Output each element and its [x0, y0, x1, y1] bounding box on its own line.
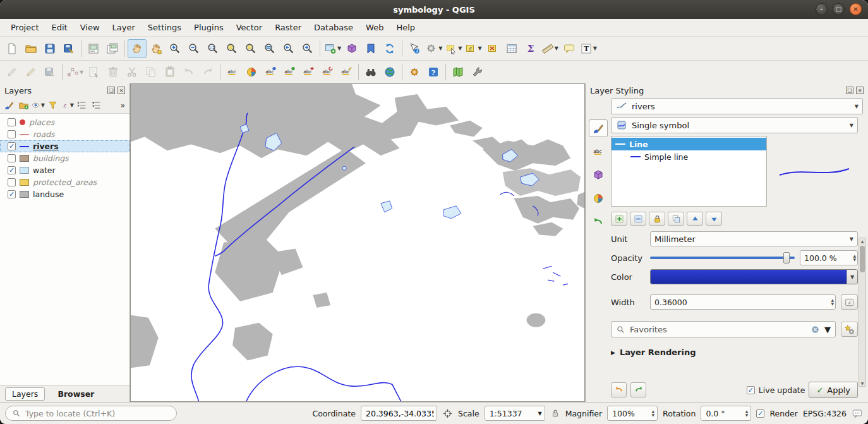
apply-button[interactable]: ✓ Apply — [809, 382, 858, 398]
save-layer-edits-icon[interactable] — [40, 63, 59, 82]
magnifier-spinbox[interactable]: 100% ▲▼ — [607, 406, 658, 421]
move-down-icon[interactable] — [706, 212, 722, 226]
pan-to-selection-icon[interactable] — [147, 39, 166, 58]
zoom-full-icon[interactable] — [222, 39, 241, 58]
opacity-spinbox[interactable]: 100.0 % ▲▼ — [800, 250, 858, 265]
chevron-down-icon[interactable]: ▼ — [337, 45, 341, 51]
add-symbol-layer-icon[interactable] — [611, 212, 627, 226]
new-3d-map-view-icon[interactable] — [342, 39, 361, 58]
layer-labeling-icon[interactable]: abc — [223, 63, 242, 82]
coordinate-input[interactable] — [366, 409, 434, 418]
layer-visibility-checkbox[interactable] — [8, 166, 16, 174]
chevron-down-icon[interactable]: ▼ — [538, 411, 541, 416]
tab-browser[interactable]: Browser — [51, 388, 100, 400]
slider-handle[interactable] — [783, 252, 790, 263]
layer-row-protected_areas[interactable]: protected_areas — [0, 176, 130, 188]
run-feature-action-icon[interactable]: ▼ — [424, 39, 443, 58]
3d-view-tab-icon[interactable] — [589, 166, 608, 184]
new-print-layout-icon[interactable] — [84, 39, 103, 58]
filter-by-expression-icon[interactable]: ε▼ — [60, 99, 74, 112]
layer-visibility-checkbox[interactable] — [8, 142, 16, 150]
float-panel-icon[interactable]: ❏ — [846, 87, 853, 94]
show-layout-manager-icon[interactable] — [103, 39, 122, 58]
titlebar[interactable]: symbology - QGIS – □ ✕ — [0, 0, 868, 19]
menu-raster[interactable]: Raster — [269, 20, 307, 35]
spin-arrows-icon[interactable]: ▲▼ — [831, 298, 834, 306]
identify-features-icon[interactable]: i — [405, 39, 424, 58]
zoom-out-icon[interactable] — [184, 39, 203, 58]
open-attribute-table-icon[interactable] — [502, 39, 521, 58]
layer-row-roads[interactable]: roads — [0, 128, 130, 140]
crs-indicator[interactable]: EPSG:4326 — [803, 409, 847, 418]
zoom-native-icon[interactable]: 1:1 — [203, 39, 222, 58]
menu-edit[interactable]: Edit — [45, 20, 73, 35]
rotation-spinbox[interactable]: 0.0 ° ▲▼ — [701, 406, 751, 421]
symbol-tree-line-item[interactable]: Line — [612, 138, 766, 150]
highlight-pinned-labels-icon[interactable]: abc — [280, 63, 299, 82]
locate-box[interactable] — [5, 406, 177, 421]
layer-visibility-checkbox[interactable] — [8, 190, 16, 198]
layer-row-buildings[interactable]: buildings — [0, 152, 130, 164]
deselect-features-icon[interactable] — [483, 39, 502, 58]
current-edits-icon[interactable] — [3, 63, 21, 82]
close-button[interactable]: ✕ — [850, 3, 862, 15]
select-features-icon[interactable]: ▼ — [443, 39, 463, 58]
menu-help[interactable]: Help — [390, 20, 421, 35]
layer-row-water[interactable]: water — [0, 164, 130, 176]
menu-web[interactable]: Web — [360, 20, 389, 35]
chevron-down-icon[interactable]: ▼ — [41, 102, 45, 108]
menu-project[interactable]: Project — [5, 20, 44, 35]
search-binoculars-icon[interactable] — [361, 63, 380, 82]
unit-select[interactable]: Millimeter ▼ — [650, 231, 858, 246]
chevron-down-icon[interactable]: ▼ — [458, 45, 462, 51]
locate-input[interactable] — [25, 409, 170, 418]
new-project-icon[interactable] — [3, 39, 21, 58]
spin-arrows-icon[interactable]: ▲▼ — [651, 409, 654, 417]
customization-icon[interactable] — [467, 63, 486, 82]
layer-visibility-checkbox[interactable] — [8, 154, 16, 162]
data-defined-override-button[interactable]: ε — [841, 294, 858, 310]
float-panel-icon[interactable]: ❏ — [107, 87, 115, 94]
scroll-up-icon[interactable]: ▲ — [859, 239, 865, 243]
map-themes-icon[interactable] — [449, 63, 467, 82]
open-layer-styling-icon[interactable] — [2, 99, 16, 112]
show-bookmarks-icon[interactable] — [361, 39, 380, 58]
spin-arrows-icon[interactable]: ▲▼ — [745, 409, 749, 417]
paste-features-icon[interactable] — [160, 63, 179, 82]
layer-diagram-icon[interactable] — [242, 63, 261, 82]
symbol-search-box[interactable]: Favorites ▼ — [611, 321, 836, 337]
clear-search-icon[interactable] — [811, 325, 820, 334]
manage-map-themes-icon[interactable]: ▼ — [31, 99, 45, 112]
chevron-down-icon[interactable]: ▼ — [555, 45, 558, 51]
scale-combobox[interactable]: 1:51337 ▼ — [485, 406, 545, 421]
pan-map-icon[interactable] — [128, 39, 147, 58]
menu-layer[interactable]: Layer — [107, 20, 141, 35]
minimize-button[interactable]: – — [816, 3, 828, 15]
tab-layers[interactable]: Layers — [5, 387, 45, 401]
duplicate-symbol-layer-icon[interactable] — [668, 212, 684, 226]
menu-settings[interactable]: Settings — [142, 20, 187, 35]
map-canvas[interactable] — [130, 83, 585, 402]
zoom-to-selection-icon[interactable] — [241, 39, 260, 58]
layer-visibility-checkbox[interactable] — [8, 130, 16, 138]
help-icon[interactable]: ? — [424, 63, 443, 82]
menu-database[interactable]: Database — [308, 20, 359, 35]
chevron-down-icon[interactable]: ▼ — [593, 45, 597, 51]
layer-row-rivers[interactable]: rivers — [0, 140, 130, 152]
symbol-mode-select[interactable]: Single symbol ▼ — [611, 117, 858, 133]
symbol-tree-simple-line-item[interactable]: Simple line — [612, 150, 766, 163]
panel-toolbar-overflow-icon[interactable]: » — [118, 101, 128, 110]
modify-attributes-icon[interactable] — [85, 63, 104, 82]
save-project-icon[interactable] — [40, 39, 59, 58]
save-project-as-icon[interactable] — [59, 39, 78, 58]
redo-icon[interactable] — [198, 63, 217, 82]
copy-features-icon[interactable] — [142, 63, 160, 82]
new-map-view-icon[interactable]: ▼ — [323, 39, 342, 58]
zoom-last-icon[interactable] — [279, 39, 298, 58]
plugin-tool-icon[interactable] — [405, 63, 424, 82]
diagrams-tab-icon[interactable] — [589, 190, 608, 207]
menu-plugins[interactable]: Plugins — [188, 20, 229, 35]
chevron-down-icon[interactable]: ▼ — [847, 270, 857, 284]
statistical-summary-icon[interactable]: Σ — [521, 39, 540, 58]
menu-view[interactable]: View — [75, 20, 105, 35]
